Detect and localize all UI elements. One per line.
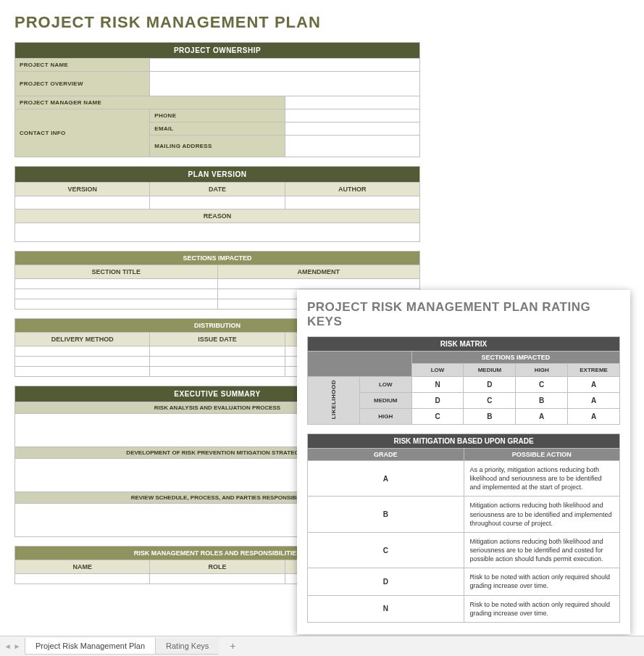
project-manager-label: PROJECT MANAGER NAME [15, 96, 285, 109]
sections-impacted-group: SECTIONS IMPACTED [411, 352, 619, 364]
mitigation-table: RISK MITIGATION BASED UPON GRADE GRADE P… [307, 433, 620, 623]
project-overview-label: PROJECT OVERVIEW [15, 72, 150, 96]
grade-col: GRADE [308, 449, 464, 461]
matrix-cell: C [411, 409, 464, 425]
matrix-col-medium: MEDIUM [464, 364, 516, 377]
matrix-col-extreme: EXTREME [568, 364, 620, 377]
risk-matrix-header: RISK MATRIX [308, 337, 620, 352]
overlay-title: PROJECT RISK MANAGEMENT PLAN RATING KEYS [307, 300, 620, 329]
tab-rating-keys[interactable]: Rating Keys [155, 638, 219, 655]
date-col: DATE [150, 183, 285, 196]
table-row[interactable] [15, 574, 150, 584]
action-cell: Risk to be noted with action only requir… [464, 595, 620, 622]
mailing-field[interactable] [285, 136, 419, 157]
matrix-cell: D [411, 393, 464, 409]
table-row[interactable] [217, 279, 420, 289]
date-field[interactable] [150, 196, 285, 209]
plan-version-table: PLAN VERSION VERSION DATE AUTHOR REASON [14, 166, 420, 242]
matrix-row-low: LOW [359, 377, 411, 393]
table-row[interactable] [15, 346, 150, 357]
table-row[interactable] [150, 357, 285, 367]
table-row[interactable] [15, 289, 218, 299]
matrix-cell: D [464, 377, 516, 393]
project-ownership-table: PROJECT OWNERSHIP PROJECT NAME PROJECT O… [14, 42, 420, 157]
issue-date-col: ISSUE DATE [150, 333, 285, 346]
matrix-cell: A [516, 409, 568, 425]
mitigation-header: RISK MITIGATION BASED UPON GRADE [308, 434, 620, 449]
tab-project-risk-plan[interactable]: Project Risk Management Plan [25, 638, 156, 655]
matrix-cell: A [568, 409, 620, 425]
matrix-cell: A [568, 393, 620, 409]
author-field[interactable] [285, 196, 419, 209]
likelihood-group: LIKELIHOOD [330, 380, 337, 419]
plan-version-header: PLAN VERSION [15, 167, 420, 183]
name-col: NAME [15, 560, 150, 574]
project-overview-field[interactable] [150, 72, 420, 96]
table-row[interactable] [150, 574, 285, 584]
version-col: VERSION [15, 183, 150, 196]
table-row[interactable] [150, 367, 285, 377]
tab-add[interactable]: + [219, 639, 241, 655]
reason-label: REASON [15, 209, 420, 223]
grade-cell: D [308, 568, 464, 595]
action-col: POSSIBLE ACTION [464, 449, 620, 461]
matrix-col-low: LOW [411, 364, 464, 377]
role-col: ROLE [150, 560, 285, 574]
rating-keys-card: PROJECT RISK MANAGEMENT PLAN RATING KEYS… [297, 290, 630, 634]
delivery-method-col: DELIVERY METHOD [15, 333, 150, 346]
matrix-col-high: HIGH [516, 364, 568, 377]
matrix-cell: B [516, 393, 568, 409]
table-row[interactable] [150, 346, 285, 357]
project-manager-field[interactable] [285, 96, 419, 109]
action-cell: Mitigation actions reducing both likelih… [464, 532, 620, 568]
project-name-field[interactable] [150, 59, 420, 72]
matrix-cell: N [411, 377, 464, 393]
grade-cell: N [308, 595, 464, 622]
version-field[interactable] [15, 196, 150, 209]
email-label: EMAIL [150, 123, 285, 136]
action-cell: Risk to be noted with action only requir… [464, 568, 620, 595]
table-row[interactable] [15, 279, 218, 289]
matrix-cell: C [516, 377, 568, 393]
table-row[interactable] [15, 299, 218, 310]
section-title-col: SECTION TITLE [15, 265, 218, 279]
reason-field[interactable] [15, 223, 420, 242]
matrix-row-medium: MEDIUM [359, 393, 411, 409]
risk-matrix-table: RISK MATRIX SECTIONS IMPACTED LOW MEDIUM… [307, 336, 620, 425]
amendment-col: AMENDMENT [217, 265, 420, 279]
grade-cell: B [308, 497, 464, 532]
table-row[interactable] [15, 367, 150, 377]
phone-label: PHONE [150, 109, 285, 123]
grade-cell: A [308, 461, 464, 497]
ownership-header: PROJECT OWNERSHIP [15, 43, 420, 59]
page-title: PROJECT RISK MANAGEMENT PLAN [14, 13, 420, 32]
grade-cell: C [308, 532, 464, 568]
matrix-row-high: HIGH [359, 409, 411, 425]
project-name-label: PROJECT NAME [15, 59, 150, 72]
matrix-cell: C [464, 393, 516, 409]
matrix-cell: A [568, 377, 620, 393]
author-col: AUTHOR [285, 183, 419, 196]
phone-field[interactable] [285, 109, 419, 123]
table-row[interactable] [15, 357, 150, 367]
email-field[interactable] [285, 123, 419, 136]
action-cell: Mitigation actions reducing both likelih… [464, 497, 620, 532]
mailing-label: MAILING ADDRESS [150, 136, 285, 157]
action-cell: As a priority, mitigation actions reduci… [464, 461, 620, 497]
sheet-tab-bar: ◄ ► Project Risk Management Plan Rating … [0, 636, 644, 656]
matrix-cell: B [464, 409, 516, 425]
contact-info-label: CONTACT INFO [15, 109, 150, 157]
sections-impacted-header: SECTIONS IMPACTED [15, 252, 420, 265]
tab-nav-arrows[interactable]: ◄ ► [0, 642, 25, 650]
